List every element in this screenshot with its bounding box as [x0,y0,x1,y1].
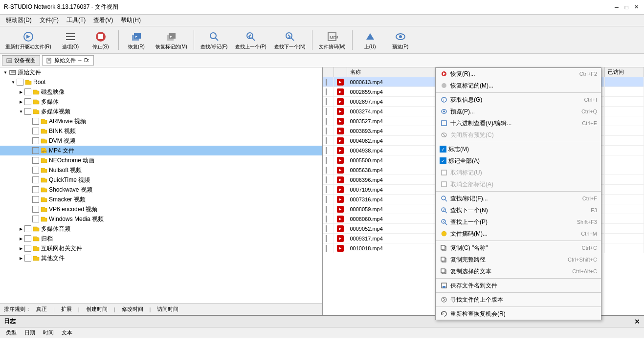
ctx-item-24[interactable]: 寻找文件的上个版本 [436,294,601,306]
sort-modified[interactable]: 修改时间 [117,305,148,314]
tree-item-internet[interactable]: ▶互联网相关文件 [0,243,322,253]
tree-arrow-bink[interactable] [25,128,32,134]
tree-check-dvm[interactable] [32,137,39,144]
tree-check-root[interactable] [17,79,23,86]
tree-arrow-multimedia[interactable]: ▶ [18,98,24,105]
tree-item-mp4[interactable]: MP4MP4 文件 [0,146,322,155]
file-checkbox[interactable] [326,225,327,232]
menu-drive[interactable]: 驱动器(D) [2,15,36,25]
tree-arrow-disk-image[interactable]: ▶ [18,88,24,95]
toolbar-find-prev[interactable]: 查找上一个(P) [232,28,269,52]
ctx-item-1[interactable]: 恢复标记的(M)... [436,80,601,91]
tree-item-dvm[interactable]: DVM 视频 [0,136,322,146]
menu-help[interactable]: 帮助(H) [117,15,145,25]
ctx-item-5[interactable]: 十六进制查看(V)/编辑...Ctrl+E [436,117,601,129]
tree-check-internet[interactable] [24,245,31,252]
tree-check-other[interactable] [24,255,31,262]
tree-item-root-device[interactable]: ▼原始文件 [0,67,322,77]
menu-tools[interactable]: 工具(T) [63,15,89,25]
file-checkbox[interactable] [326,176,327,183]
ctx-item-19[interactable]: 复制完整路径Ctrl+Shift+C [436,254,601,265]
ctx-item-8[interactable]: ✓标志(M) [436,143,601,155]
tree-item-neochrome[interactable]: NEOchrome 动画 [0,155,322,165]
file-checkbox[interactable] [326,167,327,174]
tree-arrow-windows-media[interactable] [25,216,32,222]
tree-arrow-root[interactable]: ▼ [10,79,17,86]
toolbar-preview[interactable]: 预览(P) [386,28,415,52]
tree-arrow-smacker[interactable] [25,196,32,203]
ctx-item-16[interactable]: 文件摘码(M)...Ctrl+M [436,228,601,240]
minimize-btn[interactable]: ─ [613,3,621,11]
menu-file[interactable]: 文件(F) [36,15,63,25]
file-checkbox[interactable] [326,79,327,86]
tree-arrow-archive[interactable]: ▶ [18,235,24,242]
tree-check-video-folder[interactable] [24,108,31,115]
tree-check-disk-image[interactable] [24,88,31,95]
tree-arrow-other[interactable]: ▶ [18,255,24,262]
ctx-item-20[interactable]: 复制选择的文本Ctrl+Alt+C [436,265,601,277]
tree-item-disk-image[interactable]: ▶磁盘映像 [0,87,322,97]
tree-item-video-folder[interactable]: ▼多媒体视频 [0,107,322,116]
ctx-item-0[interactable]: 恢复(R)...Ctrl+F2 [436,68,601,80]
ctx-item-13[interactable]: 查找/标记(F)...Ctrl+F [436,193,601,204]
menu-view[interactable]: 查看(V) [89,15,117,25]
toolbar-stop[interactable]: 停止(S) [86,28,115,52]
sort-ext[interactable]: 扩展 [57,305,76,314]
file-checkbox[interactable] [326,216,327,222]
tree-item-windows-media[interactable]: Windows Media 视频 [0,214,322,224]
file-tree[interactable]: ▼原始文件▼Root▶磁盘映像▶多媒体▼多媒体视频ARMovie 视频BINK … [0,67,322,303]
file-checkbox[interactable] [326,186,327,193]
tree-arrow-dvm[interactable] [25,137,32,144]
file-checkbox[interactable] [326,137,327,144]
ctx-item-15[interactable]: 查找上一个(P)Shift+F3 [436,216,601,228]
ctx-item-22[interactable]: 保存文件名到文件 [436,280,601,291]
tree-item-shockwave[interactable]: Shockwave 视频 [0,185,322,195]
tree-check-quicktime[interactable] [32,176,39,183]
tree-check-nullsoft[interactable] [32,167,39,174]
tree-check-multimedia[interactable] [24,98,31,105]
ctx-item-9[interactable]: ✓标记全部(A) [436,155,601,167]
toolbar-reopen[interactable]: 重新打开驱动文件(R) [2,28,55,52]
tree-arrow-audio-folder[interactable]: ▶ [18,225,24,232]
ctx-item-26[interactable]: 重新检查恢复机会(R) [436,308,601,320]
tree-arrow-vp6[interactable] [25,206,32,213]
file-checkbox[interactable] [326,245,327,252]
ctx-item-3[interactable]: i获取信息(G)Ctrl+I [436,94,601,106]
tree-check-windows-media[interactable] [32,216,39,222]
file-checkbox[interactable] [326,108,327,115]
file-checkbox[interactable] [326,88,327,95]
col-accessed[interactable]: 已访问 [605,67,644,77]
ctx-item-14[interactable]: 查找下一个(N)F3 [436,204,601,216]
maximize-btn[interactable]: □ [622,3,630,11]
log-close-btn[interactable]: ✕ [634,318,640,326]
file-checkbox[interactable] [326,157,327,164]
tree-check-archive[interactable] [24,235,31,242]
file-checkbox[interactable] [326,206,327,213]
tree-item-multimedia[interactable]: ▶多媒体 [0,97,322,107]
tree-check-neochrome[interactable] [32,157,39,164]
tree-arrow-video-folder[interactable]: ▼ [18,108,24,115]
file-checkbox[interactable] [326,147,327,154]
toolbar-find-mark[interactable]: 查找/标记(F) [197,28,231,52]
tree-item-other[interactable]: ▶其他文件 [0,253,322,263]
file-checkbox[interactable] [326,196,327,203]
tree-item-smacker[interactable]: Smacker 视频 [0,195,322,204]
tree-check-shockwave[interactable] [32,186,39,193]
sort-true[interactable]: 真正 [32,305,51,314]
tree-item-nullsoft[interactable]: Nullsoft 视频 [0,165,322,175]
tree-arrow-root-device[interactable]: ▼ [2,69,9,76]
file-checkbox[interactable] [326,235,327,242]
tree-arrow-internet[interactable]: ▶ [18,245,24,252]
tree-item-audio-folder[interactable]: ▶多媒体音频 [0,224,322,234]
tree-item-archive[interactable]: ▶归档 [0,234,322,243]
tree-arrow-neochrome[interactable] [25,157,32,164]
tree-check-audio-folder[interactable] [24,225,31,232]
tree-item-bink[interactable]: BINK 视频 [0,126,322,136]
file-checkbox[interactable] [326,128,327,134]
tree-item-quicktime[interactable]: QuickTime 视频 [0,175,322,185]
tree-item-vp6[interactable]: VP6 encoded 视频 [0,204,322,214]
toolbar-restore[interactable]: 恢复(R) [122,28,151,52]
tree-arrow-nullsoft[interactable] [25,167,32,174]
tree-check-bink[interactable] [32,128,39,134]
sort-accessed[interactable]: 访问时间 [153,305,183,314]
